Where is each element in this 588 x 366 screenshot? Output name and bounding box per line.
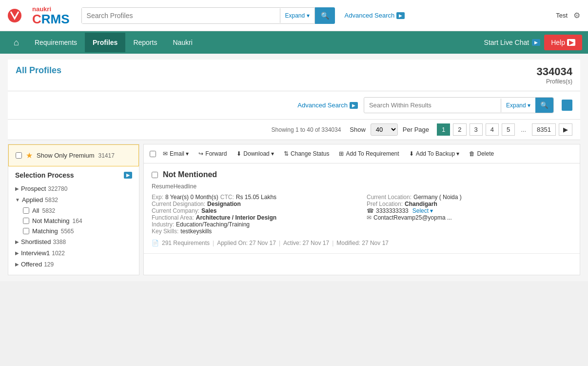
page-button-2[interactable]: 2: [453, 123, 466, 136]
phone-select-button[interactable]: Select ▾: [411, 207, 435, 214]
download-button[interactable]: ⬇ Download ▾: [234, 148, 277, 159]
change-status-icon: ⇅: [284, 150, 289, 157]
user-label: Test: [556, 12, 568, 19]
sidebar-item-applied[interactable]: ▼ Applied 5832: [15, 194, 132, 205]
premium-checkbox[interactable]: [16, 152, 22, 159]
profile-card-header: Not Mentioned: [152, 170, 572, 179]
add-to-req-icon: ⊞: [339, 150, 344, 157]
search-within-expand-button[interactable]: Expand ▾: [501, 99, 535, 112]
help-button[interactable]: Help ▶: [544, 35, 582, 50]
page-button-4[interactable]: 4: [486, 123, 499, 136]
selection-process-panel: Selection Process ▶ ▶ Prospect 322780 ▼ …: [8, 166, 139, 275]
expand-button[interactable]: Expand ▾: [280, 8, 314, 23]
adv-search-header-button[interactable]: Advanced Search ▶: [345, 12, 405, 19]
functional-area-row: Functional Area: Architecture / Interior…: [152, 214, 357, 221]
nav-home-button[interactable]: ⌂: [6, 32, 27, 54]
designation-row: Current Designation: Designation: [152, 201, 357, 207]
show-label: Show: [350, 126, 366, 133]
page-next-button[interactable]: ▶: [559, 123, 572, 136]
logo-area: naukri CRMS: [8, 5, 70, 26]
change-status-button[interactable]: ⇅ Change Status: [281, 148, 332, 159]
forward-icon: ↪: [198, 150, 203, 157]
profiles-title: All Profiles: [16, 65, 61, 76]
right-content: ✉ Email ▾ ↪ Forward ⬇ Download ▾ ⇅ Chang…: [143, 144, 580, 275]
email-icon: ✉: [163, 150, 168, 157]
header: naukri CRMS Expand ▾ 🔍 Advanced Search ▶…: [0, 0, 588, 31]
search-within-input[interactable]: [364, 98, 501, 112]
logo-icon: [8, 5, 29, 26]
company-row: Current Company: Sales: [152, 207, 357, 214]
phone-row: ☎ 3333333333 Select ▾: [367, 207, 572, 214]
profile-name[interactable]: Not Mentioned: [163, 170, 217, 179]
sidebar-subitem-matching[interactable]: Matching 5565: [23, 226, 132, 236]
per-page-select[interactable]: 402060100: [371, 123, 398, 136]
shortlisted-arrow-icon: ▶: [15, 239, 19, 244]
select-all-checkbox[interactable]: [150, 151, 156, 157]
profile-details: Exp: 8 Year(s) 0 Month(s) CTC: Rs 15.05 …: [152, 194, 572, 235]
premium-filter-bar[interactable]: ★ Show Only Premium 31417: [8, 144, 139, 166]
page-button-5[interactable]: 5: [502, 123, 515, 136]
offered-arrow-icon: ▶: [15, 262, 19, 267]
pref-location-row: Pref Location: Chandigarh: [367, 201, 572, 207]
sidebar-item-prospect[interactable]: ▶ Prospect 322780: [15, 183, 132, 194]
email-button[interactable]: ✉ Email ▾: [160, 148, 192, 159]
delete-button[interactable]: 🗑 Delete: [466, 148, 497, 159]
profile-details-right: Current Location: Germany ( Noida ) Pref…: [367, 194, 572, 235]
applied-subitems: All 5832 Not Matching 164 Matching 5565: [15, 205, 132, 236]
selection-process-header: Selection Process ▶: [15, 171, 132, 179]
search-within-video-icon[interactable]: ▶: [562, 100, 572, 111]
premium-label: Show Only Premium: [37, 152, 94, 159]
location-row: Current Location: Germany ( Noida ): [367, 194, 572, 201]
page-button-3[interactable]: 3: [470, 123, 483, 136]
profiles-count: 334034: [537, 65, 572, 78]
sidebar-subitem-all[interactable]: All 5832: [23, 205, 132, 216]
page-button-last[interactable]: 8351: [532, 123, 556, 136]
matching-checkbox[interactable]: [23, 228, 29, 234]
search-within-button[interactable]: 🔍: [535, 98, 553, 113]
applied-arrow-icon: ▼: [15, 197, 20, 203]
interview1-arrow-icon: ▶: [15, 250, 19, 256]
key-skills-row: Key Skills: testkeyskills: [152, 228, 357, 235]
add-to-backup-icon: ⬇: [409, 150, 414, 157]
sidebar-subitem-not-matching[interactable]: Not Matching 164: [23, 216, 132, 226]
settings-gear-icon[interactable]: ⚙: [573, 11, 580, 20]
nav-item-profiles[interactable]: Profiles: [85, 33, 125, 52]
search-button[interactable]: 🔍: [315, 7, 335, 24]
delete-icon: 🗑: [469, 150, 475, 157]
premium-star-icon: ★: [26, 151, 33, 160]
sidebar-item-interview1[interactable]: ▶ Interview1 1022: [15, 247, 132, 259]
nav-right: Start Live Chat ▶ Help ▶: [484, 35, 582, 50]
profile-details-left: Exp: 8 Year(s) 0 Month(s) CTC: Rs 15.05 …: [152, 194, 357, 235]
search-input[interactable]: [82, 8, 280, 23]
selection-camera-icon[interactable]: ▶: [124, 172, 132, 179]
pagination-area: Showing 1 to 40 of 334034 Show 402060100…: [8, 120, 580, 140]
profiles-count-area: 334034 Profiles(s): [537, 65, 572, 85]
live-chat-video-icon: ▶: [532, 39, 540, 46]
profiles-count-label: Profiles(s): [537, 78, 572, 85]
prospect-arrow-icon: ▶: [15, 186, 19, 191]
page-button-1[interactable]: 1: [437, 123, 450, 136]
add-to-backup-button[interactable]: ⬇ Add To Backup ▾: [406, 148, 463, 159]
sidebar-item-shortlisted[interactable]: ▶ Shortlisted 3388: [15, 236, 132, 247]
profile-footer: 📄 291 Requirements | Applied On: 27 Nov …: [152, 240, 572, 246]
nav-item-reports[interactable]: Reports: [125, 33, 165, 52]
download-icon: ⬇: [236, 150, 241, 157]
adv-search-video-icon[interactable]: ▶: [396, 12, 405, 19]
add-to-requirement-button[interactable]: ⊞ Add To Requirement: [336, 148, 402, 159]
results-toolbar: ✉ Email ▾ ↪ Forward ⬇ Download ▾ ⇅ Chang…: [144, 144, 580, 163]
profile-checkbox[interactable]: [152, 172, 158, 178]
adv-search-within-button[interactable]: Advanced Search ▶: [297, 102, 358, 109]
main-navigation: ⌂ Requirements Profiles Reports Naukri S…: [0, 31, 588, 54]
showing-text: Showing 1 to 40 of 334034: [272, 126, 341, 133]
sidebar-item-offered[interactable]: ▶ Offered 129: [15, 259, 132, 270]
all-checkbox[interactable]: [23, 207, 29, 214]
logo-text: naukri CRMS: [32, 5, 70, 25]
nav-item-naukri[interactable]: Naukri: [165, 33, 200, 52]
live-chat-button[interactable]: Start Live Chat ▶: [484, 39, 541, 46]
not-matching-checkbox[interactable]: [23, 218, 29, 224]
forward-button[interactable]: ↪ Forward: [196, 148, 230, 159]
adv-search-within-video-icon: ▶: [350, 102, 358, 109]
content-area: ★ Show Only Premium 31417 Selection Proc…: [8, 144, 580, 275]
nav-item-requirements[interactable]: Requirements: [27, 33, 85, 52]
header-right: Test ⚙: [556, 11, 580, 20]
